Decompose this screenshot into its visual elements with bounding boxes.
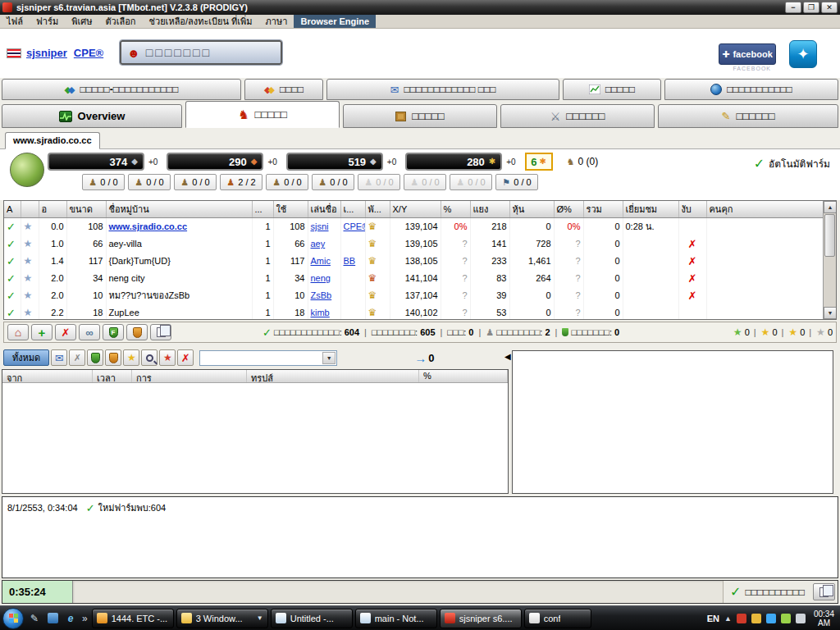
vertical-scrollbar[interactable]: ▲ ▼ [823, 201, 836, 319]
link-button[interactable]: ∞ [79, 324, 100, 340]
menu-browser-engine[interactable]: Browser Engine [294, 15, 376, 28]
delete-button[interactable]: ✗ [55, 324, 76, 340]
taskbar-button[interactable]: main - Not... [355, 609, 437, 628]
detail-panel[interactable] [512, 350, 833, 494]
col-xy[interactable]: X/Y [390, 201, 441, 218]
filter-green-shield-button[interactable] [87, 349, 103, 366]
orange-shield-button[interactable] [126, 324, 148, 340]
chevron-down-icon[interactable]: ▼ [322, 352, 336, 364]
fav-star-icon[interactable]: ★ [24, 255, 33, 267]
account-link[interactable]: sjsniper [26, 47, 67, 59]
col-total[interactable]: รวม [583, 201, 623, 218]
menu-language[interactable]: ภาษา [259, 15, 294, 28]
menu-special[interactable]: พิเศษ [65, 15, 98, 28]
table-row[interactable]: ✓ ★ 1.0 66 aey-villa 1 66 aey ♛ 139,105 … [4, 235, 823, 253]
col-pct2[interactable]: Ø% [554, 201, 583, 218]
filter-combobox[interactable]: ▼ [199, 350, 337, 366]
alliance-link[interactable]: CPE® [344, 221, 366, 231]
alliance-link[interactable]: BB [344, 256, 356, 266]
start-button[interactable] [2, 608, 24, 629]
taskbar-button-group[interactable]: 3 Window... ▼ [176, 609, 268, 628]
tray-expand-icon[interactable]: ▲ [724, 614, 732, 623]
taskbar-button[interactable]: conf [524, 609, 591, 628]
player-link[interactable]: kimb [311, 308, 330, 317]
language-indicator[interactable]: EN [707, 614, 719, 623]
scroll-up-button[interactable]: ▲ [824, 201, 837, 213]
quicklaunch-app-icon[interactable] [44, 609, 61, 628]
facebook-badge[interactable]: ✚ facebook [719, 43, 776, 65]
copy-button[interactable] [150, 324, 171, 340]
filter-star-button[interactable]: ★ [123, 349, 139, 366]
tab-reports[interactable]: ✎ □□□□□□ [658, 104, 838, 128]
tab-map[interactable]: ◆◆ □□□□ [244, 79, 323, 100]
tray-icon[interactable] [781, 614, 791, 623]
table-row[interactable]: ✓ ★ 0.0 108 www.sjradio.co.cc 1 108 sjsn… [4, 218, 823, 235]
tray-icon[interactable] [751, 614, 761, 623]
fav-star-icon[interactable]: ★ [24, 307, 33, 318]
village-tab[interactable]: www.sjradio.co.cc [5, 132, 100, 149]
village-link[interactable]: ZupLee [109, 308, 139, 317]
tab-world[interactable]: □□□□□□□□□□□ [664, 79, 838, 100]
player-link[interactable]: ZsBb [311, 290, 332, 300]
tab-resources[interactable]: □□□□□ [343, 104, 497, 128]
col-visit[interactable]: เยี่ยมชม [623, 201, 678, 218]
filter-search-button[interactable] [141, 349, 158, 366]
fav-star-icon[interactable]: ★ [24, 238, 33, 249]
col-jail[interactable]: คนคุก [706, 201, 823, 218]
village-link[interactable]: neng city [109, 273, 145, 283]
tab-farming-active[interactable]: ♞ □□□□□ [185, 101, 340, 128]
taskbar-clock[interactable]: 00:34 AM [810, 609, 838, 628]
quicklaunch-pencil-icon[interactable]: ✎ [26, 609, 43, 628]
menu-farm[interactable]: ฟาร์ม [30, 15, 65, 28]
player-link[interactable]: aey [311, 239, 326, 249]
filter-red-star-button[interactable]: ★ [159, 349, 176, 366]
col-player[interactable]: เล่นชื่อ [308, 201, 340, 218]
quicklaunch-overflow-icon[interactable]: » [80, 613, 89, 624]
col-dist[interactable]: อ [39, 201, 66, 218]
tray-icon[interactable] [796, 614, 806, 623]
col-use[interactable]: ใช้ [273, 201, 308, 218]
village-link[interactable]: {Dark}Tum{UD} [109, 256, 171, 266]
player-link[interactable]: neng [311, 273, 331, 283]
table-row[interactable]: ✓ ★ 2.0 10 หม??บ?านของZsBb 1 10 ZsBb ♛ 1… [4, 287, 823, 304]
col-ally[interactable]: เ... [340, 201, 365, 218]
col-pct[interactable]: % [441, 201, 470, 218]
tab-attacks[interactable]: ⚔ □□□□□□ [500, 104, 655, 128]
fav-star-icon[interactable]: ★ [24, 290, 33, 301]
tray-icon[interactable] [766, 614, 776, 623]
village-link[interactable]: หม??บ?านของZsBb [109, 290, 190, 300]
taskbar-button-active[interactable]: sjsniper s6.... [440, 609, 522, 628]
col-troops[interactable]: ทรูปส์ [247, 370, 419, 382]
fav-star-icon[interactable]: ★ [24, 272, 33, 284]
taskbar-button[interactable]: Untitled -... [271, 609, 353, 628]
table-row[interactable]: ✓ ★ 2.0 34 neng city 1 34 neng ♛ 141,104… [4, 270, 823, 287]
col-raid[interactable]: แยง [470, 201, 509, 218]
player-link[interactable]: Amic [311, 256, 331, 266]
maximize-button[interactable]: ❐ [803, 2, 819, 13]
col-bite[interactable]: งับ [678, 201, 706, 218]
taskbar-button[interactable]: 1444. ETC -... [92, 609, 174, 628]
add-button[interactable]: + [31, 324, 52, 340]
home-button[interactable]: ⌂ [7, 324, 29, 340]
green-shield-button[interactable]: F [103, 324, 124, 340]
tray-icon[interactable] [737, 614, 746, 623]
col-cap[interactable]: หุ้น [509, 201, 554, 218]
col-a[interactable]: A [4, 201, 21, 218]
splitter-arrow-icon[interactable]: ◀ [504, 352, 511, 361]
col-percent[interactable]: % [419, 370, 508, 382]
col-action[interactable]: การ [132, 370, 247, 382]
filter-all-button[interactable]: ทั้งหมด [3, 349, 49, 366]
col-from[interactable]: จาก [2, 370, 93, 382]
messenger-icon[interactable]: ✦ [789, 40, 817, 68]
menu-options[interactable]: ตัวเลือก [98, 15, 142, 28]
village-link[interactable]: www.sjradio.co.cc [109, 221, 188, 231]
filter-clear-button[interactable]: ✗ [69, 349, 85, 366]
scroll-down-button[interactable]: ▼ [824, 307, 837, 319]
col-village[interactable]: ชื่อหมู่บ้าน [106, 201, 252, 218]
col-size[interactable]: ขนาด [66, 201, 106, 218]
mini-window-button[interactable] [813, 583, 835, 600]
menu-help[interactable]: ช่วยเหลือ/ลงทะเบียน ที่เพิ่ม [143, 15, 259, 28]
fav-star-icon[interactable]: ★ [24, 221, 33, 232]
filter-red-x-button[interactable]: ✗ [177, 349, 194, 366]
close-button[interactable]: ✕ [821, 2, 838, 13]
